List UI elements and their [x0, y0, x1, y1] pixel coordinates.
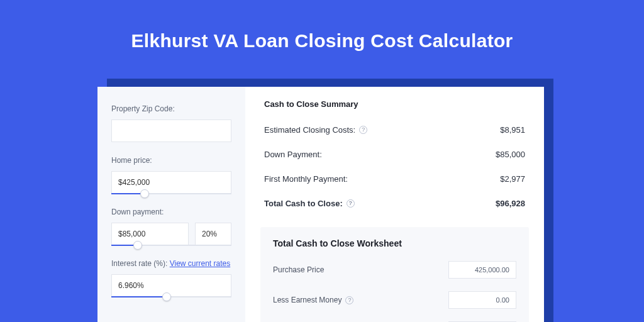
worksheet-value[interactable]: 425,000.00 — [448, 261, 516, 279]
help-icon[interactable]: ? — [347, 199, 355, 208]
zip-label: Property Zip Code: — [111, 104, 231, 113]
worksheet-row: Purchase Price 425,000.00 — [273, 261, 516, 279]
home-price-block: Home price: — [111, 156, 231, 194]
inputs-column: Property Zip Code: Home price: Down paym… — [97, 87, 245, 322]
summary-total-value: $96,928 — [496, 199, 525, 208]
worksheet-title: Total Cash to Close Worksheet — [273, 238, 516, 248]
down-payment-block: Down payment: — [111, 208, 231, 245]
page-title: Elkhurst VA Loan Closing Cost Calculator — [0, 0, 644, 52]
summary-key: Estimated Closing Costs: — [264, 125, 355, 135]
section-gap — [260, 216, 529, 227]
worksheet-key: Less Earnest Money — [273, 296, 341, 304]
help-icon[interactable]: ? — [345, 296, 353, 304]
worksheet-row: Less Earnest Money ? 0.00 — [273, 291, 516, 309]
home-price-input[interactable] — [111, 171, 231, 194]
results-column: Cash to Close Summary Estimated Closing … — [245, 87, 544, 322]
summary-heading: Cash to Close Summary — [260, 98, 529, 118]
worksheet-value[interactable]: 0.00 — [448, 291, 516, 309]
summary-key: First Monthly Payment: — [264, 174, 348, 184]
summary-value: $2,977 — [500, 174, 525, 184]
summary-row: Down Payment: $85,000 — [260, 142, 529, 167]
worksheet-card: Total Cash to Close Worksheet Purchase P… — [260, 227, 529, 322]
help-icon[interactable]: ? — [359, 126, 367, 134]
slider-thumb-icon[interactable] — [140, 189, 149, 198]
summary-value: $85,000 — [496, 150, 525, 159]
down-payment-input[interactable] — [111, 223, 189, 245]
interest-input[interactable] — [111, 274, 231, 297]
summary-value: $8,951 — [500, 125, 525, 135]
view-rates-link[interactable]: View current rates — [170, 259, 231, 268]
summary-row: Estimated Closing Costs: ? $8,951 — [260, 118, 529, 142]
down-payment-pct-input[interactable] — [195, 223, 231, 245]
home-price-label: Home price: — [111, 156, 231, 165]
summary-total-key: Total Cash to Close: — [264, 199, 343, 208]
summary-row: First Monthly Payment: $2,977 — [260, 167, 529, 191]
calculator-panel: Property Zip Code: Home price: Down paym… — [97, 87, 544, 322]
slider-thumb-icon[interactable] — [162, 292, 171, 301]
worksheet-key: Purchase Price — [273, 265, 324, 274]
summary-total-row: Total Cash to Close: ? $96,928 — [260, 191, 529, 216]
summary-key: Down Payment: — [264, 150, 322, 159]
slider-thumb-icon[interactable] — [133, 241, 142, 250]
zip-input[interactable] — [111, 119, 231, 142]
interest-label-text: Interest rate (%): — [111, 259, 167, 268]
zip-block: Property Zip Code: — [111, 104, 231, 142]
interest-block: Interest rate (%): View current rates — [111, 259, 231, 297]
down-payment-label: Down payment: — [111, 208, 231, 216]
interest-label: Interest rate (%): View current rates — [111, 259, 231, 268]
